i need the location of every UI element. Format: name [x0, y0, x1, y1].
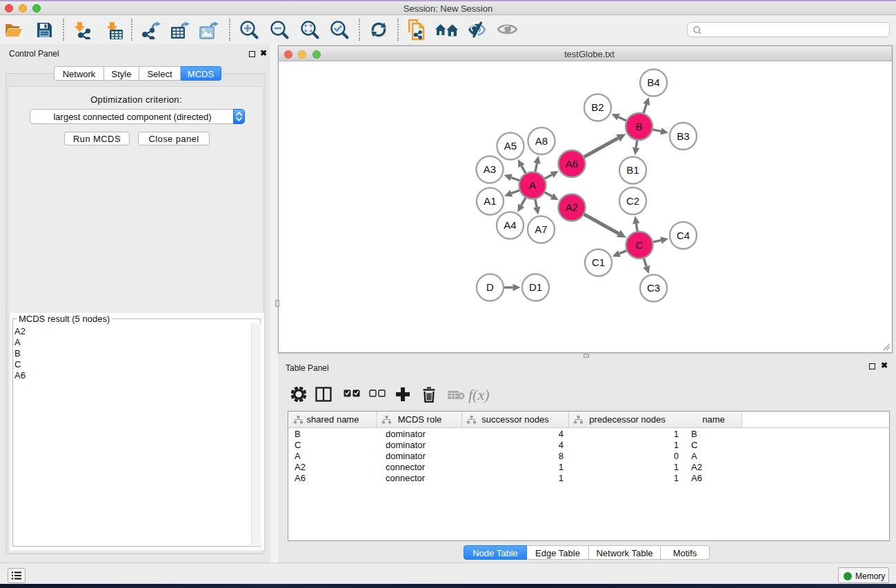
svg-text:A4: A4	[504, 219, 516, 231]
svg-text:D: D	[486, 281, 494, 293]
svg-text:B: B	[635, 121, 642, 132]
svg-text:C3: C3	[647, 282, 660, 294]
svg-text:B3: B3	[677, 130, 689, 142]
svg-text:B2: B2	[591, 101, 604, 113]
svg-text:A6: A6	[566, 158, 578, 170]
svg-text:C2: C2	[626, 195, 639, 207]
svg-text:A7: A7	[535, 223, 547, 235]
svg-text:B1: B1	[626, 164, 639, 176]
svg-text:C4: C4	[677, 230, 690, 241]
svg-text:B4: B4	[647, 77, 659, 88]
svg-text:A8: A8	[535, 135, 548, 147]
svg-text:A3: A3	[484, 163, 496, 175]
svg-text:C1: C1	[592, 256, 605, 268]
svg-text:C: C	[636, 239, 644, 251]
svg-text:D1: D1	[529, 281, 542, 293]
svg-text:A2: A2	[566, 201, 578, 213]
svg-text:A1: A1	[484, 195, 496, 207]
svg-text:A: A	[529, 179, 536, 191]
svg-text:A5: A5	[504, 140, 517, 152]
